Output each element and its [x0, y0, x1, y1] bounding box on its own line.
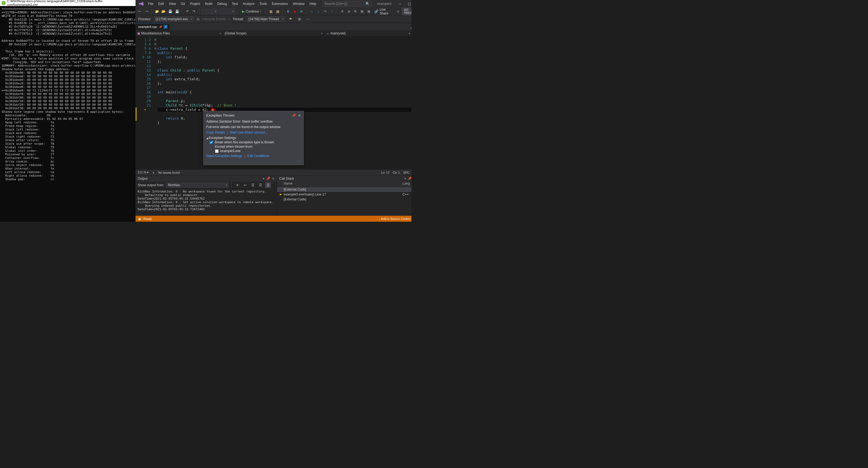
step-out-button[interactable]: ↑: [329, 8, 335, 14]
cs-col-lang[interactable]: Lang: [402, 181, 411, 187]
undo-button[interactable]: ↶: [184, 8, 190, 14]
exception-settings-hdr[interactable]: Exception Settings: [206, 136, 301, 140]
open-button[interactable]: 📂: [161, 8, 167, 14]
console-titlebar[interactable]: C:\MSDN\cpp-docs-pr\docs\c-language\ASAN…: [0, 0, 135, 6]
callstack-row[interactable]: ➤example3.exe!main() Line 17C++: [277, 192, 411, 197]
menu-analyze[interactable]: Analyze: [241, 1, 257, 7]
new-project-button[interactable]: 📁: [154, 8, 160, 14]
cs-col-name[interactable]: Name: [284, 181, 402, 187]
feedback-button[interactable]: ☺: [395, 8, 401, 14]
output-from-dropdown[interactable]: RichNav: [166, 182, 229, 188]
line-indicator[interactable]: Ln: 17: [381, 171, 390, 174]
step-into-button[interactable]: ↓: [316, 8, 321, 14]
quick-search-input[interactable]: Search (Ctrl+Q) 🔍: [322, 1, 372, 7]
menu-view[interactable]: View: [167, 1, 178, 7]
redo-button[interactable]: ↷: [191, 8, 197, 14]
process-dropdown[interactable]: [11708] example3.exe: [154, 16, 194, 22]
tb-misc1[interactable]: ↺: [339, 8, 345, 14]
menu-help[interactable]: Help: [307, 1, 318, 7]
config-dropdown[interactable]: [202, 9, 218, 14]
window-controls: ─ ▢ ✕: [395, 0, 411, 8]
main-menu: FileEditViewGitProjectBuildDebugTestAnal…: [146, 1, 318, 7]
nav-function[interactable]: ☼ main(void): [324, 30, 411, 36]
menu-tools[interactable]: Tools: [257, 1, 269, 7]
indent-indicator[interactable]: SPC: [403, 171, 409, 174]
menu-window[interactable]: Window: [291, 1, 307, 7]
nav-project[interactable]: ▣ Miscellaneous Files: [135, 30, 223, 36]
exception-popup: Exception Thrown 📌 ✕ Address Sanitizer E…: [203, 111, 304, 165]
save-all-button[interactable]: 💾: [174, 8, 180, 14]
add-source-control[interactable]: ↑ Add to Source Control ▴: [379, 217, 411, 221]
show-next-stmt-button[interactable]: →: [309, 8, 314, 14]
tab-close-button[interactable]: ✕: [164, 25, 167, 29]
menu-file[interactable]: File: [146, 1, 155, 7]
minimize-button[interactable]: ─: [395, 0, 405, 8]
lifecycle-icon: ▣: [196, 17, 199, 21]
cs-menu-icon[interactable]: ▾: [404, 177, 406, 180]
tab-menu-dropdown[interactable]: ▾: [411, 26, 411, 30]
tb-misc2[interactable]: ⇲: [346, 8, 352, 14]
editor-status-bar: 111 % ▾ ● No issues found Ln: 17 Ch: 1 S…: [135, 169, 411, 175]
code-editor[interactable]: 1 2 3 4 5 6 7 8 9 10 11 12 13 14 15 16 1…: [135, 37, 411, 169]
start-liveshare-link[interactable]: Start Live Share session...: [230, 131, 268, 134]
open-exception-settings-link[interactable]: Open Exception Settings: [206, 154, 242, 158]
output-text[interactable]: RichNav Information: 0 : No workspace fo…: [135, 189, 277, 216]
restart-button[interactable]: ⟳: [299, 8, 304, 14]
flag-icon[interactable]: ⚑: [288, 16, 294, 22]
tab-label: example3.cpp: [138, 25, 157, 28]
vs-titlebar[interactable]: FileEditViewGitProjectBuildDebugTestAnal…: [135, 0, 411, 8]
menu-extensions[interactable]: Extensions: [270, 1, 290, 7]
continue-button[interactable]: ▶ Continue ▾: [240, 9, 264, 13]
output-btn3[interactable]: ☰: [250, 182, 256, 188]
panel-menu-icon[interactable]: ▾: [263, 177, 265, 180]
pin-icon[interactable]: 📌: [159, 25, 162, 28]
live-share-button[interactable]: 🔗 Live Share: [373, 8, 395, 15]
menu-test[interactable]: Test: [230, 1, 240, 7]
tb-icon2[interactable]: ▦: [275, 8, 281, 14]
except-item-checkbox[interactable]: [215, 149, 219, 153]
tb-misc3[interactable]: ⇱: [353, 8, 359, 14]
menu-edit[interactable]: Edit: [156, 1, 166, 7]
panel-close-icon[interactable]: ✕: [272, 177, 275, 180]
break-all-button[interactable]: ⏸: [285, 8, 291, 14]
menu-debug[interactable]: Debug: [215, 1, 229, 7]
output-clear-button[interactable]: ✕: [235, 182, 241, 188]
tb-misc4[interactable]: ⊞: [359, 8, 365, 14]
stop-button[interactable]: ■: [292, 8, 298, 14]
panel-pin-icon[interactable]: 📌: [266, 177, 270, 180]
output-btn5[interactable]: ☰: [265, 182, 271, 188]
cs-pin-icon[interactable]: 📌: [408, 177, 411, 180]
zoom-level[interactable]: 111 % ▾: [138, 171, 149, 174]
popup-pin-button[interactable]: 📌: [292, 113, 296, 118]
save-button[interactable]: 💾: [167, 8, 173, 14]
nav-back-button[interactable]: ⭠: [137, 8, 143, 14]
tab-example3[interactable]: example3.cpp 📌 ✕: [135, 23, 170, 30]
statusbar-icon: ▣: [138, 217, 141, 221]
popup-close-button[interactable]: ✕: [298, 113, 301, 118]
document-tabs: example3.cpp 📌 ✕ ▾ ✷: [135, 23, 411, 30]
break-when-checkbox[interactable]: [210, 141, 213, 144]
vs-statusbar: ▣ Ready ↑ Add to Source Control ▴ 🔔: [135, 216, 411, 222]
tb-misc5[interactable]: ⊞: [366, 8, 372, 14]
resize-grip-icon[interactable]: ⣀: [206, 158, 301, 162]
continue-label: Continue: [246, 9, 259, 13]
output-wrap-button[interactable]: ↩: [242, 182, 248, 188]
stack-frame-icon[interactable]: ⋯: [305, 16, 311, 22]
copy-details-link[interactable]: Copy Details: [206, 131, 225, 134]
callstack-row[interactable]: [External Code]: [277, 197, 411, 202]
char-indicator[interactable]: Ch: 1: [393, 171, 400, 174]
menu-git[interactable]: Git: [179, 1, 187, 7]
platform-dropdown[interactable]: [219, 9, 235, 14]
output-btn4[interactable]: ☰: [257, 182, 264, 188]
tb-icon1[interactable]: ▦: [268, 8, 274, 14]
edit-conditions-link[interactable]: Edit Conditions: [247, 154, 269, 158]
maximize-button[interactable]: ▢: [405, 0, 411, 8]
thread-dropdown[interactable]: [24756] Main Thread: [247, 16, 285, 22]
menu-build[interactable]: Build: [203, 1, 215, 7]
callstack-row[interactable]: [External Code]: [277, 187, 411, 192]
menu-project[interactable]: Project: [188, 1, 202, 7]
nav-scope[interactable]: (Global Scope): [223, 30, 324, 36]
step-over-button[interactable]: ↷: [322, 8, 328, 14]
nav-fwd-button[interactable]: ⭢: [144, 8, 150, 14]
thread-icon[interactable]: ⊞: [297, 16, 303, 22]
